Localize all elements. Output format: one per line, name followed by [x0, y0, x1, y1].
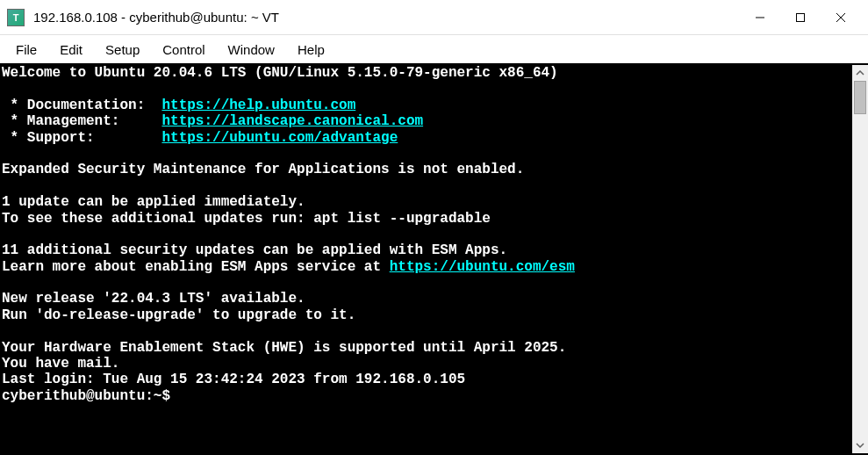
close-icon — [836, 12, 846, 23]
scroll-down-button[interactable] — [852, 437, 868, 453]
minimize-icon — [755, 12, 765, 23]
maximize-button[interactable] — [780, 4, 821, 32]
minimize-button[interactable] — [740, 4, 780, 32]
menu-setup[interactable]: Setup — [95, 39, 150, 61]
close-button[interactable] — [821, 4, 861, 32]
window-title: 192.168.0.108 - cyberithub@ubuntu: ~ VT — [33, 10, 740, 25]
titlebar: T 192.168.0.108 - cyberithub@ubuntu: ~ V… — [0, 0, 868, 35]
motd-esm2: 11 additional security updates can be ap… — [2, 242, 507, 258]
chevron-up-icon — [856, 70, 864, 76]
motd-mail: You have mail. — [2, 356, 119, 372]
scroll-thumb[interactable] — [854, 81, 866, 114]
app-icon: T — [7, 9, 25, 26]
motd-esm: Expanded Security Maintenance for Applic… — [2, 162, 524, 177]
motd-mgmt-label: * Management: — [2, 113, 161, 129]
shell-prompt: cyberithub@ubuntu:~$ — [2, 388, 170, 404]
scrollbar[interactable] — [852, 65, 868, 453]
motd-welcome: Welcome to Ubuntu 20.04.6 LTS (GNU/Linux… — [2, 65, 558, 81]
menu-edit[interactable]: Edit — [49, 39, 93, 61]
motd-release1: New release '22.04.3 LTS' available. — [2, 291, 305, 307]
link-management[interactable]: https://landscape.canonical.com — [161, 113, 423, 129]
terminal-content: Welcome to Ubuntu 20.04.6 LTS (GNU/Linux… — [2, 65, 852, 453]
link-support[interactable]: https://ubuntu.com/advantage — [161, 130, 398, 146]
menu-file[interactable]: File — [5, 39, 47, 61]
motd-lastlogin: Last login: Tue Aug 15 23:42:24 2023 fro… — [2, 372, 465, 387]
menubar: File Edit Setup Control Window Help — [0, 35, 868, 63]
menu-control[interactable]: Control — [152, 39, 215, 61]
scroll-track[interactable] — [852, 81, 868, 437]
scroll-up-button[interactable] — [852, 65, 868, 81]
link-esm[interactable]: https://ubuntu.com/esm — [390, 259, 575, 275]
chevron-down-icon — [856, 443, 864, 448]
menu-help[interactable]: Help — [287, 39, 335, 61]
menu-window[interactable]: Window — [218, 39, 285, 61]
motd-update2: To see these additional updates run: apt… — [2, 211, 491, 227]
link-documentation[interactable]: https://help.ubuntu.com — [161, 98, 355, 113]
motd-support-label: * Support: — [2, 130, 161, 146]
motd-doc-label: * Documentation: — [2, 98, 161, 113]
motd-update1: 1 update can be applied immediately. — [2, 194, 305, 210]
motd-release2: Run 'do-release-upgrade' to upgrade to i… — [2, 307, 355, 323]
maximize-icon — [795, 12, 806, 23]
terminal-area[interactable]: Welcome to Ubuntu 20.04.6 LTS (GNU/Linux… — [0, 63, 868, 455]
motd-hwe: Your Hardware Enablement Stack (HWE) is … — [2, 340, 566, 356]
window-controls — [740, 4, 861, 32]
motd-esm3a: Learn more about enabling ESM Apps servi… — [2, 259, 390, 275]
svg-rect-1 — [797, 13, 805, 21]
